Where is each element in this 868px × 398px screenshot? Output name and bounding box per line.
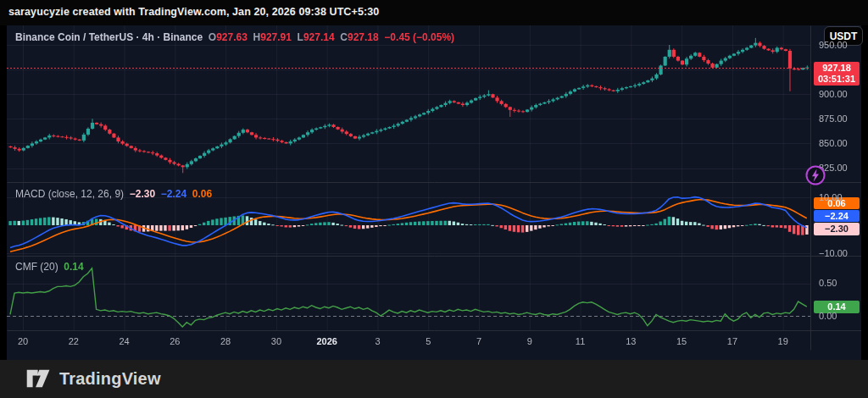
cmf-legend: CMF (20) 0.14 bbox=[15, 261, 84, 273]
time-axis-label: 11 bbox=[562, 336, 599, 346]
time-axis-label: 2026 bbox=[309, 336, 346, 346]
macd-signal-value: 0.06 bbox=[192, 188, 212, 200]
macd-hist-value: −2.30 bbox=[130, 188, 155, 200]
cmf-axis-label: 0.00 bbox=[819, 311, 837, 321]
chart-widget: Binance Coin / TetherUS · 4h · Binance O… bbox=[7, 25, 861, 360]
high-label: H bbox=[253, 31, 261, 43]
macd-line-value: −2.24 bbox=[161, 188, 186, 200]
high-value: 927.91 bbox=[260, 31, 292, 43]
tradingview-brand-text: TradingView bbox=[59, 369, 161, 389]
time-axis-label: 24 bbox=[106, 336, 143, 346]
open-value: 927.63 bbox=[216, 31, 248, 43]
macd-hist-badge: −2.30 bbox=[814, 223, 860, 235]
macd-title: MACD (close, 12, 26, 9) bbox=[15, 188, 124, 200]
time-axis-label: 5 bbox=[409, 336, 447, 346]
price-axis-label: 900.00 bbox=[819, 89, 848, 99]
price-axis-label: 850.00 bbox=[819, 138, 848, 148]
attribution-text: sarayucyzie created with TradingView.com… bbox=[8, 6, 379, 18]
time-axis-label: 28 bbox=[207, 336, 244, 346]
change-value: −0.45 (−0.05%) bbox=[384, 31, 454, 43]
tradingview-logo-icon bbox=[25, 368, 52, 390]
time-axis-label: 22 bbox=[55, 336, 92, 346]
last-price: 927.18 bbox=[822, 63, 851, 74]
cmf-value: 0.14 bbox=[64, 261, 83, 273]
time-axis-label: 3 bbox=[359, 336, 396, 346]
low-value: 927.14 bbox=[303, 31, 335, 43]
time-scale[interactable]: 202224262830202635791113151719 bbox=[7, 330, 810, 350]
time-axis-label: 9 bbox=[511, 336, 548, 346]
time-axis-label: 19 bbox=[765, 336, 802, 346]
price-scale[interactable]: 927.18 03:51:31 0.06 −2.24 −2.30 0.14 95… bbox=[812, 25, 861, 350]
cmf-axis-label: 0.50 bbox=[819, 278, 837, 288]
time-axis-label: 7 bbox=[460, 336, 498, 346]
macd-legend: MACD (close, 12, 26, 9) −2.30 −2.24 0.06 bbox=[15, 188, 212, 200]
price-axis-label: 950.00 bbox=[819, 40, 848, 50]
time-axis-label: 15 bbox=[663, 336, 700, 346]
time-axis-label: 13 bbox=[612, 336, 649, 346]
macd-axis-label: −10.00 bbox=[819, 248, 848, 258]
price-axis-label: 875.00 bbox=[819, 113, 848, 124]
last-price-badge: 927.18 03:51:31 bbox=[814, 62, 860, 86]
attribution-bar: sarayucyzie created with TradingView.com… bbox=[0, 0, 868, 25]
time-axis-label: 17 bbox=[714, 336, 751, 346]
cmf-title: CMF (20) bbox=[15, 261, 58, 273]
boost-lightning-icon[interactable] bbox=[804, 164, 826, 186]
time-axis-label: 26 bbox=[156, 336, 193, 346]
close-value: 927.18 bbox=[348, 31, 379, 43]
bar-countdown: 03:51:31 bbox=[818, 74, 855, 85]
tradingview-link[interactable]: TradingView bbox=[25, 368, 161, 390]
symbol-legend: Binance Coin / TetherUS · 4h · Binance O… bbox=[15, 31, 454, 43]
footer-bar: TradingView bbox=[0, 360, 868, 398]
close-label: C bbox=[340, 31, 348, 43]
low-label: L bbox=[298, 31, 303, 43]
time-axis-label: 20 bbox=[4, 336, 42, 346]
open-label: O bbox=[209, 31, 216, 43]
symbol-title: Binance Coin / TetherUS · 4h · Binance bbox=[15, 31, 203, 43]
time-axis-label: 30 bbox=[258, 336, 295, 346]
macd-axis-label: 10.00 bbox=[819, 192, 843, 202]
macd-line-badge: −2.24 bbox=[814, 210, 860, 222]
